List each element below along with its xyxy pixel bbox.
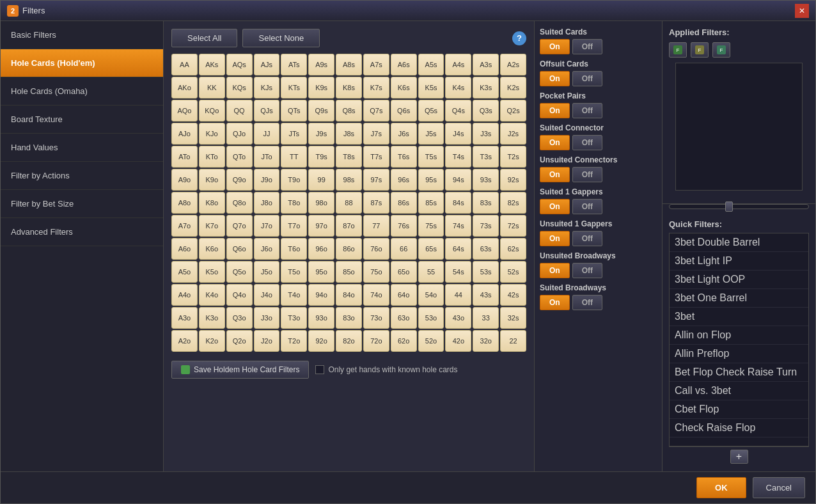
- hand-cell-7-9[interactable]: 75s: [418, 215, 444, 237]
- hand-cell-0-1[interactable]: AKs: [199, 54, 225, 75]
- btn-on-suited-broadways[interactable]: On: [540, 295, 570, 310]
- hand-cell-6-1[interactable]: K8o: [199, 192, 225, 214]
- hand-cell-3-0[interactable]: AJo: [171, 123, 198, 145]
- btn-on-suited-1-gappers[interactable]: On: [540, 199, 570, 214]
- hand-cell-5-11[interactable]: 93s: [473, 169, 499, 191]
- hand-cell-7-10[interactable]: 74s: [445, 215, 471, 237]
- hand-cell-1-12[interactable]: K2s: [500, 77, 526, 98]
- hand-cell-7-7[interactable]: 77: [363, 215, 389, 237]
- hand-cell-2-3[interactable]: QJs: [254, 100, 280, 122]
- hand-cell-3-7[interactable]: J7s: [363, 123, 389, 145]
- hand-cell-1-6[interactable]: K8s: [336, 77, 362, 98]
- hand-cell-1-4[interactable]: KTs: [281, 77, 307, 98]
- sidebar-item-hole-cards-holdem[interactable]: Hole Cards (Hold'em): [1, 49, 163, 77]
- hand-cell-3-9[interactable]: J5s: [418, 123, 444, 145]
- hand-cell-1-3[interactable]: KJs: [254, 77, 280, 98]
- btn-off-suited-1-gappers[interactable]: Off: [572, 199, 602, 214]
- hand-cell-4-6[interactable]: T8s: [336, 146, 362, 168]
- quick-filter-item[interactable]: 3bet: [670, 308, 808, 326]
- sidebar-item-advanced-filters[interactable]: Advanced Filters: [1, 218, 163, 246]
- hand-cell-7-4[interactable]: T7o: [281, 215, 307, 237]
- select-all-button[interactable]: Select All: [171, 29, 237, 47]
- hand-cell-6-12[interactable]: 82s: [500, 192, 526, 214]
- hand-cell-5-8[interactable]: 96s: [391, 169, 417, 191]
- hand-cell-8-4[interactable]: T6o: [281, 238, 307, 260]
- hand-cell-6-10[interactable]: 84s: [445, 192, 471, 214]
- hand-cell-10-9[interactable]: 54o: [418, 284, 444, 306]
- hand-cell-10-12[interactable]: 42s: [500, 284, 526, 306]
- quick-filter-item[interactable]: Allin on Flop: [670, 326, 808, 345]
- hand-cell-4-3[interactable]: JTo: [254, 146, 280, 168]
- hand-cell-0-3[interactable]: AJs: [254, 54, 280, 75]
- hand-cell-0-7[interactable]: A7s: [363, 54, 389, 75]
- hand-cell-1-11[interactable]: K3s: [473, 77, 499, 98]
- hand-cell-9-5[interactable]: 95o: [308, 261, 334, 283]
- sidebar-item-filter-by-actions[interactable]: Filter by Actions: [1, 162, 163, 190]
- hand-cell-11-3[interactable]: J3o: [254, 307, 280, 329]
- hand-cell-12-4[interactable]: T2o: [281, 330, 307, 352]
- hand-cell-4-11[interactable]: T3s: [473, 146, 499, 168]
- hand-cell-9-2[interactable]: Q5o: [226, 261, 253, 283]
- hand-cell-8-8[interactable]: 66: [391, 238, 417, 260]
- hand-cell-0-9[interactable]: A5s: [418, 54, 444, 75]
- hand-cell-3-1[interactable]: KJo: [199, 123, 225, 145]
- hand-cell-10-7[interactable]: 74o: [363, 284, 389, 306]
- hand-cell-0-6[interactable]: A8s: [336, 54, 362, 75]
- hand-cell-3-11[interactable]: J3s: [473, 123, 499, 145]
- hand-cell-4-12[interactable]: T2s: [500, 146, 526, 168]
- hand-cell-3-5[interactable]: J9s: [308, 123, 334, 145]
- hand-cell-0-5[interactable]: A9s: [308, 54, 334, 75]
- btn-off-pocket-pairs[interactable]: Off: [572, 103, 602, 118]
- hand-cell-0-11[interactable]: A3s: [473, 54, 499, 75]
- hand-cell-7-2[interactable]: Q7o: [226, 215, 253, 237]
- save-filters-button[interactable]: Save Holdem Hole Card Filters: [171, 361, 309, 379]
- hand-cell-2-11[interactable]: Q3s: [473, 100, 499, 122]
- hand-cell-3-4[interactable]: JTs: [281, 123, 307, 145]
- hand-cell-10-2[interactable]: Q4o: [226, 284, 253, 306]
- hand-cell-11-5[interactable]: 93o: [308, 307, 334, 329]
- hand-cell-8-2[interactable]: Q6o: [226, 238, 253, 260]
- hand-cell-3-6[interactable]: J8s: [336, 123, 362, 145]
- sidebar-item-hand-values[interactable]: Hand Values: [1, 134, 163, 162]
- hand-cell-4-4[interactable]: TT: [281, 146, 307, 168]
- hand-cell-7-12[interactable]: 72s: [500, 215, 526, 237]
- hand-cell-3-8[interactable]: J6s: [391, 123, 417, 145]
- hand-cell-12-6[interactable]: 82o: [336, 330, 362, 352]
- hand-cell-4-8[interactable]: T6s: [391, 146, 417, 168]
- hand-cell-5-12[interactable]: 92s: [500, 169, 526, 191]
- slider-thumb[interactable]: [725, 201, 733, 212]
- hand-cell-0-2[interactable]: AQs: [226, 54, 253, 75]
- hand-cell-7-5[interactable]: 97o: [308, 215, 334, 237]
- hand-cell-2-8[interactable]: Q6s: [391, 100, 417, 122]
- hand-cell-11-12[interactable]: 32s: [500, 307, 526, 329]
- hand-cell-5-7[interactable]: 97s: [363, 169, 389, 191]
- hand-cell-11-2[interactable]: Q3o: [226, 307, 253, 329]
- sidebar-item-hole-cards-omaha[interactable]: Hole Cards (Omaha): [1, 77, 163, 106]
- hand-cell-5-5[interactable]: 99: [308, 169, 334, 191]
- hand-cell-11-1[interactable]: K3o: [199, 307, 225, 329]
- hand-cell-9-8[interactable]: 65o: [391, 261, 417, 283]
- hand-cell-2-1[interactable]: KQo: [199, 100, 225, 122]
- hand-cell-8-11[interactable]: 63s: [473, 238, 499, 260]
- known-hole-cards-checkbox[interactable]: [315, 365, 324, 374]
- hand-cell-12-11[interactable]: 32o: [473, 330, 499, 352]
- hand-cell-12-9[interactable]: 52o: [418, 330, 444, 352]
- hand-cell-1-0[interactable]: AKo: [171, 77, 198, 98]
- hand-cell-6-9[interactable]: 85s: [418, 192, 444, 214]
- add-filter-button[interactable]: +: [730, 450, 748, 464]
- quick-filter-item[interactable]: Allin Preflop: [670, 345, 808, 363]
- hand-cell-11-0[interactable]: A3o: [171, 307, 198, 329]
- hand-cell-5-10[interactable]: 94s: [445, 169, 471, 191]
- hand-cell-12-7[interactable]: 72o: [363, 330, 389, 352]
- btn-on-unsuited-broadways[interactable]: On: [540, 263, 570, 278]
- hand-cell-10-8[interactable]: 64o: [391, 284, 417, 306]
- hand-cell-10-1[interactable]: K4o: [199, 284, 225, 306]
- hand-cell-8-12[interactable]: 62s: [500, 238, 526, 260]
- hand-cell-10-11[interactable]: 43s: [473, 284, 499, 306]
- hand-cell-9-1[interactable]: K5o: [199, 261, 225, 283]
- help-icon[interactable]: ?: [512, 31, 526, 45]
- hand-cell-10-6[interactable]: 84o: [336, 284, 362, 306]
- hand-cell-9-3[interactable]: J5o: [254, 261, 280, 283]
- hand-cell-11-8[interactable]: 63o: [391, 307, 417, 329]
- hand-cell-3-3[interactable]: JJ: [254, 123, 280, 145]
